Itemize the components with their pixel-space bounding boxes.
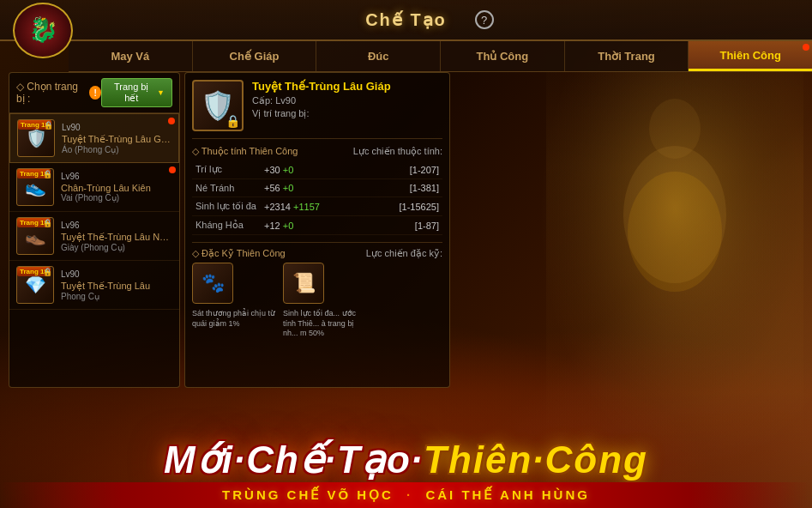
- equipment-info: Lv90 Tuyệt Thế-Trùng Lâu Phong Cụ: [61, 269, 172, 301]
- main-title-part1: Mới·Chế·Tạo·: [164, 438, 424, 481]
- table-row: Sinh lực tối đa +2314 +1157 [1-15625]: [192, 197, 442, 216]
- equipment-filter-dropdown[interactable]: Trang bị hết ▼: [101, 78, 172, 107]
- left-panel: ◇ Chọn trang bị : ! Trang bị hết ▼ Trang…: [9, 72, 180, 388]
- stat-name: Né Tránh: [192, 179, 261, 197]
- skill-items: 🐾 Sát thương phải chịu từ quái giảm 1% 📜…: [192, 263, 442, 339]
- skill-item-1-container: 🐾 Sát thương phải chịu từ quái giảm 1%: [192, 263, 278, 339]
- lock-icon: 🔒: [43, 268, 52, 276]
- logo-area: 🐉: [0, 0, 86, 60]
- title-bar: Chế Tạo ?: [0, 0, 812, 41]
- new-indicator: [169, 166, 176, 173]
- tab-may-va[interactable]: May Vá: [69, 41, 193, 71]
- equipment-icon: Trang 18 👟 🔒: [16, 168, 54, 206]
- stat-name: Trí lực: [192, 160, 261, 179]
- logo-circle: 🐉: [13, 3, 73, 58]
- equipment-icon: Trang 18 🛡️ 🔒: [17, 119, 55, 157]
- table-row: Kháng Hỏa +12 +0 [1-87]: [192, 216, 442, 235]
- right-panel: 🛡️ 🔒 Tuyệt Thế-Trùng Lâu Giáp Cấp: Lv90 …: [184, 72, 450, 388]
- page-title: Chế Tạo: [365, 9, 447, 30]
- bottom-banner: Mới·Chế·Tạo·Thiên·Công TRÙNG CHẾ VÕ HỌC …: [0, 392, 812, 508]
- panel-header: ◇ Chọn trang bị : ! Trang bị hết ▼: [9, 73, 179, 113]
- lock-icon: 🔒: [43, 219, 52, 227]
- skill-item[interactable]: 📜: [283, 263, 324, 304]
- item-details: Tuyệt Thế-Trùng Lâu Giáp Cấp: Lv90 Vị tr…: [252, 80, 391, 131]
- skill-description: Sinh lực tối đa... ước tính Thiê... à tr…: [283, 309, 369, 339]
- item-name: Tuyệt Thế-Trùng Lâu Giáp: [252, 80, 391, 93]
- lock-icon: 🔒: [226, 114, 240, 128]
- tab-che-giap[interactable]: Chế Giáp: [193, 41, 317, 71]
- main-title-part2: Thiên·Công: [424, 438, 648, 481]
- table-row: Né Tránh +56 +0 [1-381]: [192, 179, 442, 197]
- list-item[interactable]: Trang 18 🛡️ 🔒 Lv90 Tuyệt Thế-Trùng Lâu G…: [9, 113, 179, 163]
- list-item[interactable]: Trang 18 👟 🔒 Lv96 Chân-Trùng Lâu Kiên Va…: [9, 163, 179, 212]
- tab-thien-cong[interactable]: Thiên Công: [689, 41, 812, 71]
- stat-value: +2314 +1157: [261, 197, 364, 216]
- warning-icon: !: [89, 86, 101, 100]
- chevron-down-icon: ▼: [157, 88, 165, 97]
- item-header: 🛡️ 🔒 Tuyệt Thế-Trùng Lâu Giáp Cấp: Lv90 …: [192, 80, 442, 139]
- skill-item-2-container: 📜 Sinh lực tối đa... ước tính Thiê... à …: [283, 263, 369, 339]
- tab-bar: May Vá Chế Giáp Đúc Thủ Công Thời Trang …: [69, 41, 812, 72]
- equipment-info: Lv96 Chân-Trùng Lâu Kiên Vai (Phong Cụ): [61, 172, 172, 203]
- item-position: Vị trí trang bị:: [252, 108, 391, 119]
- section-divider: [192, 242, 442, 243]
- subtitle-part2: CÁI THẾ ANH HÙNG: [425, 487, 589, 502]
- attributes-right-label: Lực chiến thuộc tính:: [353, 146, 442, 157]
- lock-icon: 🔒: [44, 121, 53, 130]
- item-level: Cấp: Lv90: [252, 95, 391, 106]
- skills-header: ◇ Đặc Kỹ Thiên Công Lực chiến đặc kỹ:: [192, 248, 442, 259]
- attributes-title: ◇ Thuộc tính Thiên Công: [192, 146, 298, 157]
- stat-name: Kháng Hỏa: [192, 216, 261, 235]
- stat-range: [1-381]: [364, 179, 442, 197]
- skills-title: ◇ Đặc Kỹ Thiên Công: [192, 248, 286, 259]
- new-indicator: [168, 118, 175, 124]
- tab-duc[interactable]: Đúc: [316, 41, 441, 71]
- skill-icon: 🐾: [201, 272, 225, 294]
- logo-icon: 🐉: [28, 15, 58, 45]
- attributes-header: ◇ Thuộc tính Thiên Công Lực chiến thuộc …: [192, 146, 442, 157]
- equipment-list: Trang 18 🛡️ 🔒 Lv90 Tuyệt Thế-Trùng Lâu G…: [9, 113, 179, 396]
- stat-range: [1-207]: [364, 160, 442, 179]
- list-item[interactable]: Trang 18 💎 🔒 Lv90 Tuyệt Thế-Trùng Lâu Ph…: [9, 261, 179, 310]
- equipment-info: Lv96 Tuyệt Thế-Trùng Lâu Ngoa Giày (Phon…: [61, 221, 172, 252]
- stat-range: [1-15625]: [364, 197, 442, 216]
- skill-icon: 📜: [292, 272, 316, 294]
- item-large-icon: 🛡️ 🔒: [192, 80, 244, 131]
- help-button[interactable]: ?: [475, 10, 494, 29]
- stat-name: Sinh lực tối đa: [192, 197, 261, 216]
- stat-range: [1-87]: [364, 216, 442, 235]
- skill-item[interactable]: 🐾: [192, 263, 233, 304]
- subtitle-banner: TRÙNG CHẾ VÕ HỌC · CÁI THẾ ANH HÙNG: [0, 482, 812, 508]
- list-item[interactable]: Trang 18 👞 🔒 Lv96 Tuyệt Thế-Trùng Lâu Ng…: [9, 212, 179, 261]
- tab-notification: [803, 44, 809, 51]
- tab-thu-cong[interactable]: Thủ Công: [441, 41, 565, 71]
- stats-table: Trí lực +30 +0 [1-207] Né Tránh +56 +0 […: [192, 160, 442, 235]
- subtitle-separator: ·: [406, 487, 418, 502]
- stat-value: +12 +0: [261, 216, 364, 235]
- stat-value: +30 +0: [261, 160, 364, 179]
- choose-equipment-label: ◇ Chọn trang bị : !: [16, 81, 101, 105]
- skill-description: Sát thương phải chịu từ quái giảm 1%: [192, 309, 278, 329]
- subtitle-part1: TRÙNG CHẾ VÕ HỌC: [222, 487, 394, 502]
- equipment-icon: Trang 18 💎 🔒: [16, 266, 54, 304]
- skills-right-label: Lực chiến đặc kỹ:: [366, 248, 442, 259]
- lock-icon: 🔒: [43, 170, 52, 178]
- equipment-info: Lv90 Tuyệt Thế-Trùng Lâu Giáp Áo (Phong …: [62, 123, 171, 154]
- table-row: Trí lực +30 +0 [1-207]: [192, 160, 442, 179]
- equipment-icon: Trang 18 👞 🔒: [16, 217, 54, 255]
- tab-thoi-trang[interactable]: Thời Trang: [565, 41, 689, 71]
- main-title: Mới·Chế·Tạo·Thiên·Công: [164, 441, 648, 479]
- stat-value: +56 +0: [261, 179, 364, 197]
